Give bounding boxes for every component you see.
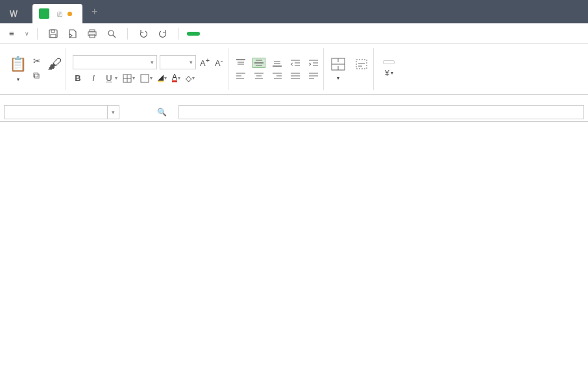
output-icon[interactable] xyxy=(66,27,79,40)
format-painter-button[interactable]: 🖌 xyxy=(47,56,62,74)
merge-icon xyxy=(330,57,346,71)
number-format-group: ¥▾ xyxy=(376,48,398,90)
align-top-button[interactable] xyxy=(235,58,247,67)
increase-indent-button[interactable] xyxy=(308,58,319,67)
bold-button[interactable]: B xyxy=(73,73,83,83)
title-bar: ⎚ + xyxy=(0,0,588,23)
justify-button[interactable] xyxy=(289,71,301,80)
paste-button[interactable]: 📋 ▾ xyxy=(9,56,27,83)
svg-rect-11 xyxy=(141,75,149,82)
tab-controls: ⎚ xyxy=(57,9,72,19)
grow-font-button[interactable]: A+ xyxy=(199,56,211,68)
decrease-indent-button[interactable] xyxy=(289,58,301,67)
font-color-button[interactable]: A▾ xyxy=(172,74,180,82)
border-icon xyxy=(123,74,132,83)
save-icon[interactable] xyxy=(47,27,60,40)
hamburger-icon[interactable]: ≡ xyxy=(5,26,18,41)
align-middle-button[interactable] xyxy=(253,58,265,67)
document-tab[interactable]: ⎚ xyxy=(32,4,82,23)
svg-rect-46 xyxy=(356,60,367,69)
menu-bar: ≡ ∨ xyxy=(0,23,588,44)
quick-toolbar xyxy=(47,27,169,40)
chevron-down-icon[interactable]: ▾ xyxy=(107,106,119,119)
ribbon: 📋 ▾ ✂ ⧉ 🖌 ▾ ▾ A+ A- B I U▾ xyxy=(0,44,588,95)
fill-color-button[interactable]: ◢▾ xyxy=(158,74,167,82)
new-tab-button[interactable]: + xyxy=(82,6,106,18)
font-name-select[interactable]: ▾ xyxy=(73,55,157,69)
currency-icon: ¥ xyxy=(385,68,389,78)
menu-tabs xyxy=(187,32,282,36)
wrap-text-button[interactable] xyxy=(354,57,369,82)
file-menu[interactable]: ∨ xyxy=(19,28,33,40)
alignment-group xyxy=(231,48,324,90)
tab-home[interactable] xyxy=(187,32,200,36)
font-group: ▾ ▾ A+ A- B I U▾ ▾ ▾ ◢▾ A▾ ◇▾ xyxy=(69,48,228,90)
print-preview-icon[interactable] xyxy=(105,27,118,40)
wps-logo-icon xyxy=(9,9,18,18)
svg-line-7 xyxy=(113,35,116,38)
copy-icon: ⧉ xyxy=(33,70,40,81)
spreadsheet-icon xyxy=(39,8,49,19)
merge-wrap-group: ▾ xyxy=(326,48,374,90)
redo-icon[interactable] xyxy=(156,27,169,40)
undo-icon[interactable] xyxy=(137,27,150,40)
underline-button[interactable]: U▾ xyxy=(104,73,117,83)
cell-icon xyxy=(140,74,149,83)
svg-rect-2 xyxy=(51,34,56,38)
merge-center-button[interactable]: ▾ xyxy=(330,57,346,82)
eraser-icon: ◇ xyxy=(186,74,191,83)
formula-bar: ▾ 🔍 xyxy=(0,102,588,122)
font-size-select[interactable]: ▾ xyxy=(160,55,196,69)
text-color-icon: A xyxy=(172,74,177,82)
cut-button[interactable]: ✂ xyxy=(33,56,43,66)
paste-icon: 📋 xyxy=(9,56,27,73)
align-right-button[interactable] xyxy=(271,71,283,80)
eraser-button[interactable]: ◇▾ xyxy=(186,74,195,83)
unsaved-dot-icon xyxy=(67,12,72,16)
copy-button[interactable]: ⧉ xyxy=(33,70,43,81)
align-bottom-button[interactable] xyxy=(271,58,283,67)
print-icon[interactable] xyxy=(86,27,99,40)
borders-button[interactable]: ▾ xyxy=(123,74,135,83)
scissors-icon: ✂ xyxy=(33,56,41,66)
number-format-select[interactable] xyxy=(383,60,395,64)
zoom-icon[interactable]: 🔍 xyxy=(157,108,167,117)
wrap-icon xyxy=(354,57,369,71)
clipboard-group: 📋 ▾ ✂ ⧉ 🖌 xyxy=(5,48,66,90)
currency-button[interactable]: ¥▾ xyxy=(385,68,393,78)
cell-style-button[interactable]: ▾ xyxy=(140,74,153,83)
align-center-button[interactable] xyxy=(253,71,265,80)
distribute-button[interactable] xyxy=(308,71,319,80)
formula-input[interactable] xyxy=(178,105,584,119)
svg-point-6 xyxy=(108,30,114,36)
shrink-font-button[interactable]: A- xyxy=(214,56,224,68)
cast-icon[interactable]: ⎚ xyxy=(57,9,62,19)
align-left-button[interactable] xyxy=(235,71,247,80)
fill-icon: ◢ xyxy=(158,74,164,82)
app-tab[interactable] xyxy=(0,4,31,23)
name-box[interactable]: ▾ xyxy=(4,105,119,119)
brush-icon: 🖌 xyxy=(47,56,62,73)
italic-button[interactable]: I xyxy=(88,73,99,83)
